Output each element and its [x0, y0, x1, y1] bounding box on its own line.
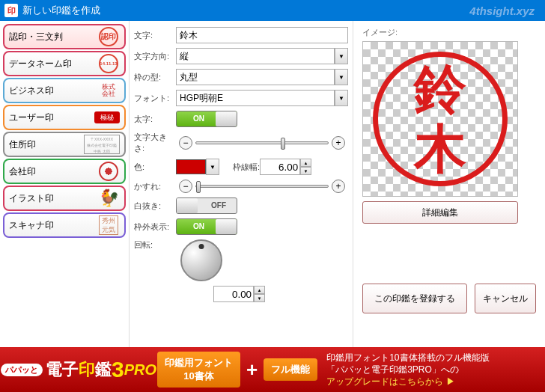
size-label: 文字大きさ: [134, 132, 176, 154]
sidebar-item-label: イラスト印 [9, 192, 97, 205]
chevron-down-icon[interactable]: ▼ [335, 90, 348, 106]
preview-panel: イメージ: 鈴 木 詳細編集 この印鑑を登録する キャンセル [353, 21, 545, 347]
sidebar-item-label: スキャナ印 [9, 219, 97, 232]
form-panel: 文字: 文字方向: 縦 ▼ 枠の型: 丸型 ▼ フォント: HGP明朝E ▼ 太… [129, 21, 353, 347]
outframe-label: 枠外表示: [134, 221, 176, 233]
frame-label: 枠の型: [134, 72, 176, 83]
sidebar-item-business[interactable]: ビジネス印 株式会社 [3, 78, 126, 103]
direction-label: 文字方向: [134, 51, 176, 62]
font-label: フォント: [134, 93, 176, 104]
stamp-preview: 鈴 木 [373, 52, 508, 186]
thumb-company [97, 160, 120, 183]
text-input[interactable] [176, 27, 348, 43]
font-select[interactable]: HGP明朝E [176, 90, 335, 106]
scratch-label: かすれ: [134, 181, 176, 192]
sidebar-item-label: 認印・三文判 [9, 31, 97, 43]
sidebar-item-address[interactable]: 住所印 〒XXX-XXXX株式会社電子印鑑中島 太郎 [3, 132, 126, 157]
sidebar-item-scanner[interactable]: スキャナ印 秀州元気 [3, 212, 126, 238]
watermark: 4thsight.xyz [469, 4, 535, 17]
sidebar-item-dataname[interactable]: データネーム印 14.11.13 [3, 51, 126, 76]
chevron-down-icon[interactable]: ▼ [206, 159, 219, 175]
bold-label: 太字: [134, 114, 176, 125]
sidebar-item-mitomein[interactable]: 認印・三文判 認印 [3, 24, 126, 49]
register-button[interactable]: この印鑑を登録する [362, 284, 467, 313]
thumb-business: 株式会社 [97, 79, 120, 102]
thumb-scanner: 秀州元気 [97, 214, 120, 236]
rotate-input[interactable] [213, 286, 254, 302]
detail-edit-button[interactable]: 詳細編集 [362, 201, 518, 224]
rotate-spinner[interactable]: ▲▼ [254, 286, 265, 302]
sidebar-item-label: 住所印 [9, 138, 84, 151]
plus-icon: + [246, 358, 258, 382]
window-title: 新しい印鑑を作成 [22, 4, 100, 17]
ad-pill-full: フル機能 [264, 358, 317, 381]
text-label: 文字: [134, 30, 176, 41]
preview-label: イメージ: [362, 27, 536, 38]
cancel-button[interactable]: キャンセル [475, 284, 536, 313]
thumb-dataname: 14.11.13 [97, 52, 120, 75]
minus-icon[interactable]: − [179, 136, 192, 150]
thumb-user: 極秘 [94, 111, 120, 123]
ad-banner[interactable]: パパッと 電子印鑑3PRO 印鑑用フォント10書体 + フル機能 印鑑用フォント… [0, 347, 545, 392]
outframe-toggle[interactable]: ON [176, 218, 237, 235]
app-icon: 印 [4, 4, 18, 17]
chevron-down-icon[interactable]: ▼ [335, 69, 348, 85]
sidebar-item-label: 会社印 [9, 165, 97, 178]
ad-pill-fonts: 印鑑用フォント10書体 [157, 352, 240, 388]
thumb-illust: 🐓 [97, 187, 120, 209]
rotate-label: 回転: [134, 239, 176, 251]
stamp-type-sidebar: 認印・三文判 認印 データネーム印 14.11.13 ビジネス印 株式会社 ユー… [0, 21, 129, 347]
color-swatch[interactable] [176, 159, 206, 174]
preview-canvas: 鈴 木 [362, 41, 518, 197]
bold-toggle[interactable]: ON [176, 111, 237, 127]
triangle-right-icon: ▶ [446, 376, 455, 387]
sidebar-item-user[interactable]: ユーザー印 極秘 [3, 105, 126, 130]
titlebar: 印 新しい印鑑を作成 4thsight.xyz [0, 0, 545, 21]
thumb-address: 〒XXX-XXXX株式会社電子印鑑中島 太郎 [84, 135, 120, 154]
direction-select[interactable]: 縦 [176, 48, 335, 64]
border-width-input[interactable] [260, 159, 300, 175]
thumb-mitomein: 認印 [97, 25, 120, 48]
border-width-spinner[interactable]: ▲▼ [300, 159, 311, 175]
sidebar-item-label: ビジネス印 [9, 85, 97, 97]
plus-icon[interactable]: + [332, 180, 345, 193]
ad-logo: パパッと 電子印鑑3PRO [0, 347, 157, 392]
ad-text: 印鑑用フォント10書体搭載のフル機能版 「パパッと電子印鑑3PRO」への アップ… [326, 352, 489, 388]
rotate-dial[interactable] [180, 239, 222, 281]
minus-icon[interactable]: − [179, 180, 192, 193]
border-width-label: 枠線幅: [233, 162, 260, 173]
whiteout-toggle[interactable]: OFF [176, 197, 237, 214]
chevron-down-icon[interactable]: ▼ [335, 48, 348, 64]
sidebar-item-company[interactable]: 会社印 [3, 159, 126, 184]
frame-select[interactable]: 丸型 [176, 69, 335, 85]
size-slider[interactable] [195, 141, 329, 144]
sidebar-item-illust[interactable]: イラスト印 🐓 [3, 186, 126, 211]
ad-middle: 印鑑用フォント10書体 + フル機能 [157, 352, 317, 388]
sidebar-item-label: データネーム印 [9, 58, 97, 70]
color-label: 色: [134, 162, 176, 173]
sidebar-item-label: ユーザー印 [9, 111, 94, 124]
plus-icon[interactable]: + [332, 136, 345, 150]
whiteout-label: 白抜き: [134, 200, 176, 212]
scratch-slider[interactable] [195, 185, 329, 188]
stamp-char-1: 鈴 [414, 59, 466, 119]
stamp-char-2: 木 [414, 119, 466, 179]
